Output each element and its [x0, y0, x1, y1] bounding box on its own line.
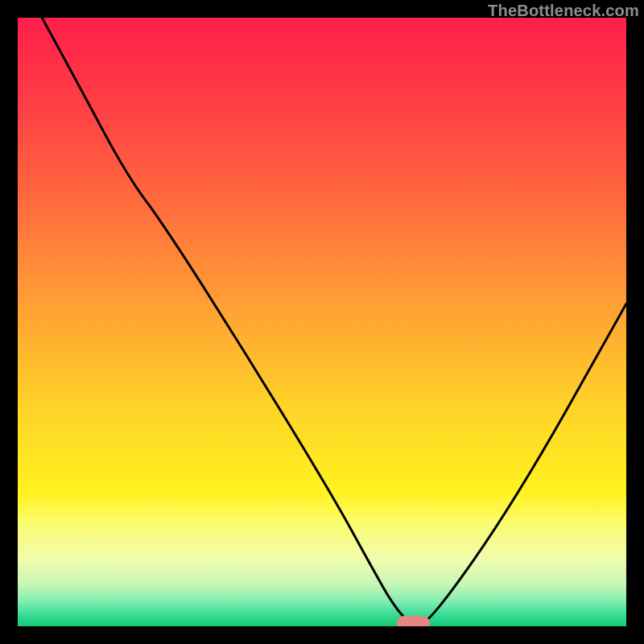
watermark-text: TheBottleneck.com: [488, 2, 639, 20]
chart-frame: TheBottleneck.com: [0, 0, 644, 644]
plot-area: [18, 18, 626, 626]
bottleneck-gradient: [18, 18, 626, 626]
